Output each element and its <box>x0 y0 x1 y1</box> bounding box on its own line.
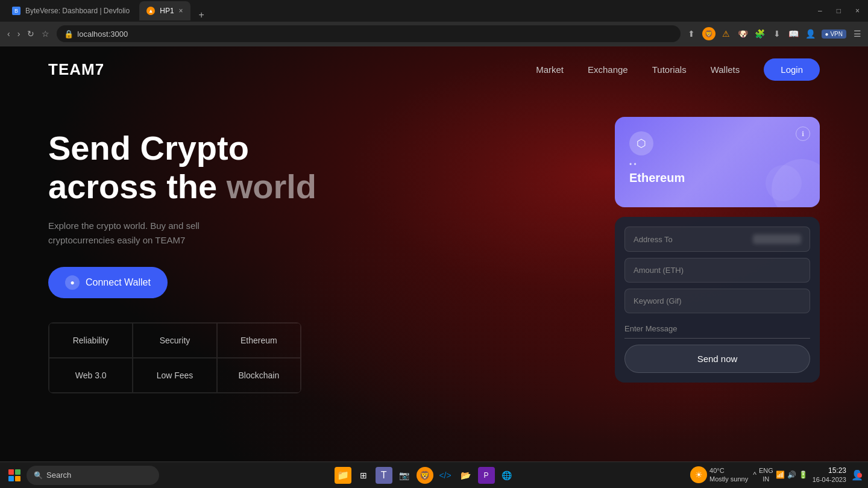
taskbar-purple-app[interactable]: P <box>478 467 495 484</box>
hp1-favicon: ▲ <box>146 7 155 15</box>
date-display: 16-04-2023 <box>813 475 846 484</box>
hero-title: Send Crypto across the world <box>48 129 316 207</box>
send-form: Address To Amount (ETH) Keyword (Gif) En… <box>615 217 820 383</box>
taskbar: 🔍 Search 📁 ⊞ T 📷 🦁 </> 📂 P 🌐 ☀ 40°C Most… <box>0 461 868 488</box>
minimize-button[interactable]: – <box>814 5 826 16</box>
brave-icon: 🦁 <box>702 27 715 40</box>
feature-blockchain: Blockchain <box>217 358 301 393</box>
connect-wallet-button[interactable]: ● Connect Wallet <box>48 267 168 298</box>
back-button[interactable]: ‹ <box>5 28 13 40</box>
taskbar-chrome[interactable]: 🌐 <box>498 467 515 484</box>
start-icon <box>8 469 20 481</box>
tab-hp1-label: HP1 <box>160 7 174 15</box>
nav-exchange[interactable]: Exchange <box>588 64 628 75</box>
login-button[interactable]: Login <box>764 58 820 81</box>
puzzle-icon[interactable]: 🧩 <box>754 28 766 40</box>
devfolio-favicon: B <box>12 7 20 15</box>
lang-badge: ENGIN <box>759 466 773 484</box>
hero-section: Send Crypto across the world Explore the… <box>0 93 868 393</box>
hero-subtitle: Explore the crypto world. Buy and sellcr… <box>48 219 316 248</box>
nav-wallets[interactable]: Wallets <box>711 64 740 75</box>
address-bar-input[interactable]: 🔒 localhost:3000 <box>57 25 680 42</box>
tab-hp1[interactable]: ▲ HP1 × <box>139 1 190 20</box>
search-icon: 🔍 <box>34 471 43 480</box>
tab-devfolio[interactable]: B ByteVerse: Dashboard | Devfolio <box>5 1 137 20</box>
keyword-field[interactable]: Keyword (Gif) <box>624 289 810 313</box>
taskbar-left: 🔍 Search <box>5 466 159 485</box>
bookmark-button[interactable]: ☆ <box>39 28 52 40</box>
feature-reliability: Reliability <box>49 323 133 358</box>
navbar: TEAM7 Market Exchange Tutorials Wallets … <box>0 46 868 93</box>
vpn-badge: ● VPN <box>822 30 846 39</box>
nav-links: Market Exchange Tutorials Wallets Login <box>536 58 820 81</box>
amount-field[interactable]: Amount (ETH) <box>624 258 810 283</box>
weather-desc: Mostly sunny <box>709 475 748 483</box>
notification-button[interactable]: 👤 <box>851 469 863 481</box>
forward-button[interactable]: › <box>15 28 23 40</box>
address-to-field[interactable]: Address To <box>624 227 810 252</box>
hero-left: Send Crypto across the world Explore the… <box>48 117 316 393</box>
nav-tutorials[interactable]: Tutorials <box>652 64 687 75</box>
share-icon[interactable]: ⬆ <box>685 28 697 40</box>
message-field[interactable]: Enter Message <box>624 319 810 339</box>
hero-right: ℹ ⬡ • • Ethereum Address To Amount (ETH)… <box>615 117 820 383</box>
taskbar-file-explorer[interactable]: 📁 <box>335 467 351 484</box>
profile-icon[interactable]: 👤 <box>805 28 817 40</box>
taskbar-vscode[interactable]: </> <box>437 467 454 484</box>
close-tab-icon[interactable]: × <box>179 7 183 15</box>
eth-logo: ⬡ <box>629 131 653 155</box>
taskbar-teams[interactable]: T <box>376 467 392 484</box>
weather-icon: ☀ <box>690 466 707 483</box>
taskbar-clock: 15:23 16-04-2023 <box>813 466 846 484</box>
feature-security: Security <box>133 323 216 358</box>
features-grid: Reliability Security Ethereum Web 3.0 Lo… <box>48 322 301 393</box>
alert-icon[interactable]: ⚠ <box>720 28 732 40</box>
nav-market[interactable]: Market <box>536 64 564 75</box>
maximize-button[interactable]: □ <box>833 5 844 16</box>
connect-wallet-icon: ● <box>65 275 80 290</box>
feature-web3: Web 3.0 <box>49 358 133 393</box>
weather-widget: ☀ 40°C Mostly sunny <box>690 466 748 484</box>
close-window-button[interactable]: × <box>852 5 863 16</box>
search-label: Search <box>46 471 71 480</box>
address-blur-overlay <box>753 234 801 244</box>
reading-icon[interactable]: 📖 <box>788 28 800 40</box>
address-to-label: Address To <box>634 235 748 244</box>
download-icon[interactable]: ⬇ <box>771 28 783 40</box>
taskbar-view-icon[interactable]: ⊞ <box>355 467 372 484</box>
menu-icon[interactable]: ☰ <box>851 28 863 40</box>
weather-temp: 40°C <box>709 466 748 475</box>
time-display: 15:23 <box>813 466 846 476</box>
feature-low-fees: Low Fees <box>133 358 216 393</box>
volume-icon[interactable]: 🔊 <box>787 471 796 479</box>
tab-devfolio-label: ByteVerse: Dashboard | Devfolio <box>25 7 130 15</box>
taskbar-right: ☀ 40°C Mostly sunny ^ ENGIN 📶 🔊 🔋 15:23 … <box>690 466 863 484</box>
start-button[interactable] <box>5 466 24 485</box>
add-tab-button[interactable]: + <box>195 10 208 20</box>
chevron-up-icon[interactable]: ^ <box>753 471 756 479</box>
eth-card-info-button[interactable]: ℹ <box>796 127 810 141</box>
system-icons: ^ ENGIN 📶 🔊 🔋 <box>753 466 807 484</box>
eth-card: ℹ ⬡ • • Ethereum <box>615 117 820 207</box>
send-now-button[interactable]: Send now <box>624 345 810 373</box>
notification-dot <box>857 473 862 478</box>
taskbar-explorer2[interactable]: 📂 <box>458 467 474 484</box>
reload-button[interactable]: ↻ <box>25 28 37 40</box>
battery-icon[interactable]: 🔋 <box>799 471 808 479</box>
feature-ethereum: Ethereum <box>217 323 301 358</box>
weather-info: 40°C Mostly sunny <box>709 466 748 484</box>
network-icon[interactable]: 📶 <box>776 471 785 479</box>
taskbar-brave[interactable]: 🦁 <box>417 467 433 484</box>
taskbar-search[interactable]: 🔍 Search <box>27 466 159 485</box>
extensions-icon[interactable]: 🐶 <box>737 28 749 40</box>
taskbar-icons: 📁 ⊞ T 📷 🦁 </> 📂 P 🌐 <box>335 467 515 484</box>
taskbar-camera[interactable]: 📷 <box>396 467 413 484</box>
logo: TEAM7 <box>48 60 104 79</box>
